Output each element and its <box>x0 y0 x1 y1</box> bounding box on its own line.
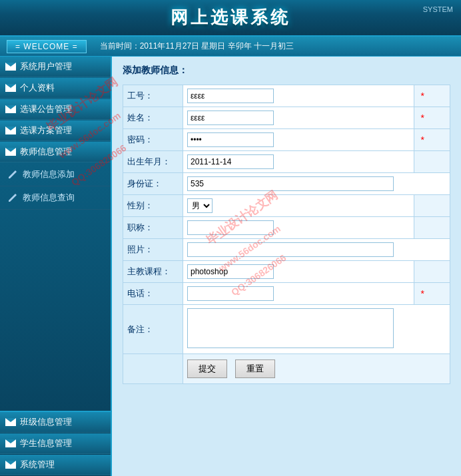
table-row: 密码： * <box>123 129 450 151</box>
employee-id-input[interactable] <box>187 89 274 103</box>
field-label-employee-id: 工号： <box>123 85 183 107</box>
mail-icon <box>5 63 16 71</box>
reset-button[interactable]: 重置 <box>235 359 275 378</box>
system-label: SYSTEM <box>423 5 453 13</box>
table-row: 主教课程： <box>123 261 450 283</box>
field-label-title: 职称： <box>123 217 183 239</box>
sidebar-item-user-management[interactable]: 系统用户管理 <box>0 57 111 77</box>
mail-icon <box>5 418 16 426</box>
sidebar-label: 个人资料 <box>20 82 55 94</box>
welcome-badge: = WELCOME = <box>7 40 87 53</box>
topbar: = WELCOME = 当前时间：2011年11月27日 星期日 辛卯年 十一月… <box>0 37 461 57</box>
table-row: 电话： * <box>123 283 450 305</box>
table-row: 姓名： * <box>123 107 450 129</box>
table-row: 照片： <box>123 239 450 261</box>
form-table: 工号： * 姓名： * 密码： <box>123 85 450 384</box>
sidebar-item-plan[interactable]: 选课方案管理 <box>0 120 111 141</box>
required-star: * <box>418 288 424 299</box>
submit-button[interactable]: 提交 <box>187 359 227 378</box>
field-label-phone: 电话： <box>123 283 183 305</box>
sidebar-item-teacher-query[interactable]: 教师信息查询 <box>0 186 111 210</box>
sidebar-spacer <box>0 210 111 411</box>
required-star: * <box>418 113 424 123</box>
table-row: 出生年月： <box>123 151 450 173</box>
field-label-name: 姓名： <box>123 107 183 129</box>
empty-cell <box>414 261 450 283</box>
sidebar-label: 教师信息查询 <box>23 192 75 204</box>
form-title: 添加教师信息： <box>123 65 450 77</box>
required-star: * <box>418 91 424 101</box>
name-input[interactable] <box>187 111 274 125</box>
id-card-input[interactable] <box>187 176 394 191</box>
sidebar-label: 班级信息管理 <box>20 416 72 428</box>
sidebar-item-system[interactable]: 系统管理 <box>0 455 111 475</box>
pencil-icon <box>8 170 17 179</box>
sidebar-label: 系统用户管理 <box>20 61 72 73</box>
sidebar-label: 系统管理 <box>20 459 55 471</box>
photo-input[interactable] <box>187 242 394 257</box>
table-row: 性别： 男 女 <box>123 195 450 217</box>
required-cell: * <box>414 107 450 129</box>
field-input-cell <box>183 283 414 305</box>
sidebar: 系统用户管理 个人资料 选课公告管理 选课方案管理 教师信息管理 教师信息添加 <box>0 57 112 476</box>
button-row: 提交 重置 <box>123 354 450 384</box>
sidebar-item-student[interactable]: 学生信息管理 <box>0 433 111 454</box>
sidebar-label: 选课方案管理 <box>20 124 72 136</box>
mail-icon <box>5 439 16 447</box>
title-input[interactable] <box>187 220 274 235</box>
password-input[interactable] <box>187 132 274 147</box>
field-input-cell: 男 女 <box>183 195 414 217</box>
sidebar-bottom-group: 班级信息管理 学生信息管理 系统管理 <box>0 411 111 476</box>
required-cell: * <box>414 85 450 107</box>
table-row: 备注： <box>123 305 450 354</box>
table-row: 工号： * <box>123 85 450 107</box>
sidebar-label: 教师信息管理 <box>20 146 72 158</box>
field-label-id-card: 身份证： <box>123 173 183 195</box>
field-input-cell <box>183 261 414 283</box>
field-input-cell <box>183 217 414 239</box>
field-input-cell <box>183 151 414 173</box>
sidebar-item-teacher-info[interactable]: 教师信息管理 <box>0 142 111 162</box>
field-label-main-course: 主教课程： <box>123 261 183 283</box>
sidebar-item-personal[interactable]: 个人资料 <box>0 78 111 99</box>
field-input-cell-wide <box>183 239 450 261</box>
mail-icon <box>5 84 16 92</box>
field-label-photo: 照片： <box>123 239 183 261</box>
mail-icon <box>5 126 16 134</box>
empty-cell <box>414 195 450 217</box>
sidebar-item-teacher-add[interactable]: 教师信息添加 <box>0 163 111 186</box>
site-title: 网上选课系统 <box>171 6 290 29</box>
table-row: 职称： <box>123 217 450 239</box>
note-textarea[interactable] <box>187 308 394 348</box>
current-time: 当前时间：2011年11月27日 星期日 辛卯年 十一月初三 <box>100 41 294 52</box>
header: 网上选课系统 SYSTEM <box>0 0 461 37</box>
field-label-gender: 性别： <box>123 195 183 217</box>
field-input-cell <box>183 129 414 151</box>
content-area: 添加教师信息： 工号： * 姓名： * <box>112 57 461 476</box>
required-cell: * <box>414 129 450 151</box>
phone-input[interactable] <box>187 286 274 301</box>
table-row: 身份证： <box>123 173 450 195</box>
field-label-note: 备注： <box>123 305 183 354</box>
main-layout: 系统用户管理 个人资料 选课公告管理 选课方案管理 教师信息管理 教师信息添加 <box>0 57 461 476</box>
sidebar-item-class[interactable]: 班级信息管理 <box>0 412 111 433</box>
required-star: * <box>418 134 424 145</box>
field-input-cell <box>183 107 414 129</box>
empty-label-cell <box>123 354 183 384</box>
field-label-password: 密码： <box>123 129 183 151</box>
mail-icon <box>5 461 16 469</box>
required-cell: * <box>414 283 450 305</box>
birthday-input[interactable] <box>187 154 274 169</box>
sidebar-label: 选课公告管理 <box>20 103 72 115</box>
empty-cell <box>414 151 450 173</box>
sidebar-label: 学生信息管理 <box>20 437 72 449</box>
mail-icon <box>5 105 16 113</box>
pencil-icon <box>8 193 17 202</box>
main-course-input[interactable] <box>187 264 274 279</box>
sidebar-label: 教师信息添加 <box>23 168 75 180</box>
sidebar-item-announcement[interactable]: 选课公告管理 <box>0 99 111 120</box>
field-label-birthday: 出生年月： <box>123 151 183 173</box>
mail-icon <box>5 148 16 156</box>
gender-select[interactable]: 男 女 <box>187 198 213 213</box>
button-cell: 提交 重置 <box>183 354 450 384</box>
